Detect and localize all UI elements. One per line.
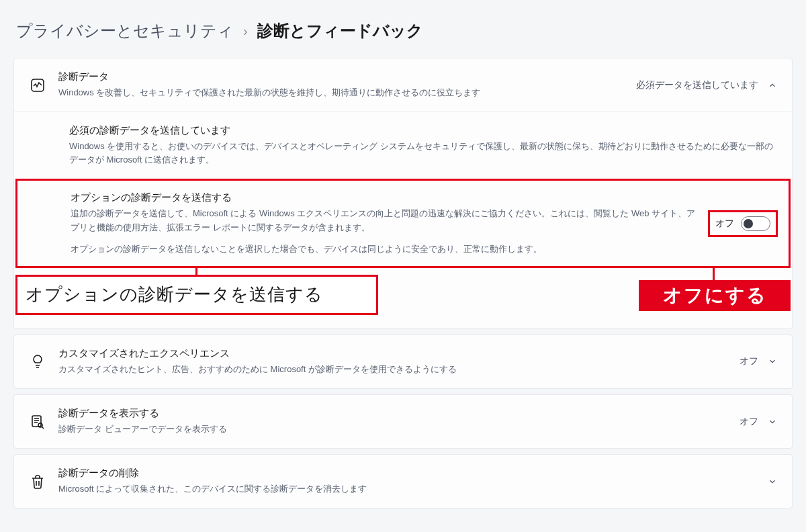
optional-title: オプションの診断データを送信する bbox=[71, 191, 698, 204]
row-view-data[interactable]: 診断データを表示する 診断データ ビューアーでデータを表示する オフ bbox=[14, 395, 792, 448]
tailored-desc: カスタマイズされたヒント、広告、おすすめのために Microsoft が診断デー… bbox=[58, 363, 727, 376]
delete-title: 診断データの削除 bbox=[58, 467, 756, 480]
annotation-layer: オプションの診断データを送信する オフにする bbox=[14, 268, 792, 322]
row-delete-data[interactable]: 診断データの削除 Microsoft によって収集された、このデバイスに関する診… bbox=[14, 455, 792, 508]
annotation-right-label: オフにする bbox=[639, 280, 791, 311]
breadcrumb: プライバシーとセキュリティ › 診断とフィードバック bbox=[0, 0, 806, 58]
document-search-icon bbox=[29, 414, 46, 430]
chevron-down-icon bbox=[768, 477, 777, 486]
optional-desc: 追加の診断データを送信して、Microsoft による Windows エクスペ… bbox=[71, 207, 698, 234]
row-required-data: 必須の診断データを送信しています Windows を使用すると、お使いのデバイス… bbox=[14, 112, 792, 179]
chevron-up-icon bbox=[768, 81, 777, 90]
view-title: 診断データを表示する bbox=[58, 407, 727, 420]
diagnostic-title: 診断データ bbox=[58, 71, 624, 83]
annotation-left-label: オプションの診断データを送信する bbox=[15, 275, 378, 315]
diagnostic-icon bbox=[29, 77, 46, 93]
breadcrumb-parent[interactable]: プライバシーとセキュリティ bbox=[16, 20, 234, 42]
breadcrumb-current: 診断とフィードバック bbox=[257, 20, 423, 42]
chevron-down-icon bbox=[768, 357, 777, 366]
card-diagnostic-data: 診断データ Windows を改善し、セキュリティで保護された最新の状態を維持し… bbox=[13, 58, 793, 329]
diagnostic-desc: Windows を改善し、セキュリティで保護された最新の状態を維持し、期待通りに… bbox=[58, 86, 624, 99]
optional-toggle[interactable] bbox=[741, 216, 770, 231]
required-title: 必須の診断データを送信しています bbox=[69, 124, 777, 137]
view-status: オフ bbox=[740, 416, 758, 428]
delete-desc: Microsoft によって収集された、このデバイスに関する診断データを消去しま… bbox=[58, 482, 756, 496]
annotation-connector-right bbox=[713, 268, 715, 281]
tailored-status: オフ bbox=[740, 355, 758, 367]
card-tailored-experiences: カスタマイズされたエクスペリエンス カスタマイズされたヒント、広告、おすすめのた… bbox=[13, 335, 793, 389]
diagnostic-status: 必須データを送信しています bbox=[636, 79, 758, 91]
chevron-down-icon bbox=[768, 417, 777, 427]
tailored-title: カスタマイズされたエクスペリエンス bbox=[58, 347, 727, 360]
row-optional-data: オプションの診断データを送信する 追加の診断データを送信して、Microsoft… bbox=[15, 179, 791, 267]
card-view-data: 診断データを表示する 診断データ ビューアーでデータを表示する オフ bbox=[13, 394, 793, 449]
trash-icon bbox=[29, 474, 46, 490]
row-diagnostic-data-header[interactable]: 診断データ Windows を改善し、セキュリティで保護された最新の状態を維持し… bbox=[14, 58, 792, 112]
view-desc: 診断データ ビューアーでデータを表示する bbox=[58, 423, 727, 436]
svg-rect-1 bbox=[32, 416, 41, 427]
optional-note: オプションの診断データを送信しないことを選択した場合でも、デバイスは同じように安… bbox=[71, 242, 698, 256]
optional-toggle-label: オフ bbox=[715, 218, 734, 230]
card-delete-data: 診断データの削除 Microsoft によって収集された、このデバイスに関する診… bbox=[13, 454, 793, 508]
row-tailored[interactable]: カスタマイズされたエクスペリエンス カスタマイズされたヒント、広告、おすすめのた… bbox=[14, 335, 792, 388]
lightbulb-icon bbox=[29, 353, 46, 369]
toggle-knob bbox=[744, 219, 753, 228]
optional-toggle-wrap: オフ bbox=[710, 212, 776, 235]
breadcrumb-separator: › bbox=[243, 24, 248, 39]
required-desc: Windows を使用すると、お使いのデバイスでは、デバイスとオペレーティング … bbox=[69, 140, 777, 167]
